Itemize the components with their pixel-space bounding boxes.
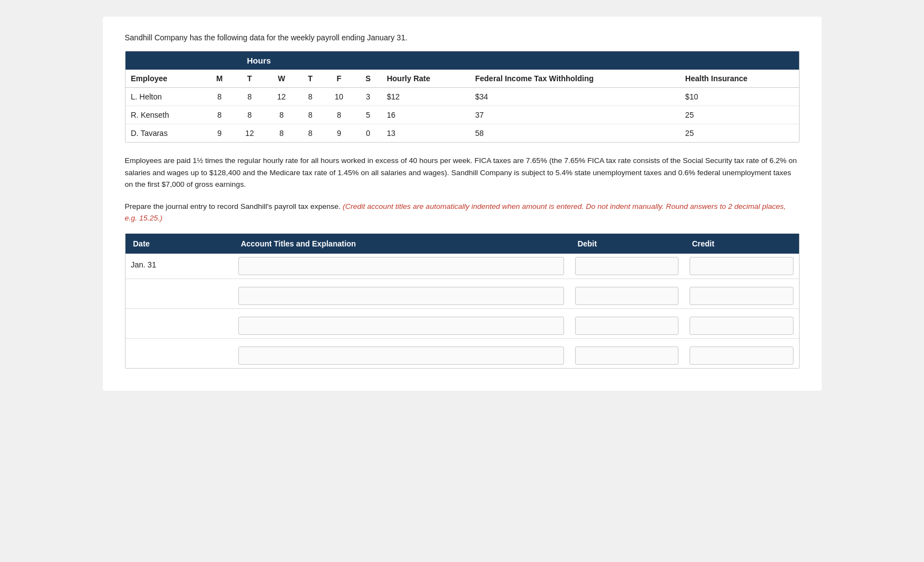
journal-row: [126, 283, 799, 309]
journal-col-date: Date: [126, 234, 233, 254]
col-header-row: Employee M T W T F S Hourly Rate Federal…: [126, 70, 799, 88]
description-text: Employees are paid 1½ times the regular …: [125, 155, 800, 191]
journal-account-cell[interactable]: [233, 313, 570, 339]
journal-credit-cell[interactable]: [684, 313, 798, 339]
col-S: S: [355, 70, 382, 88]
col-federal-tax: Federal Income Tax Withholding: [469, 70, 680, 88]
journal-row: Jan. 31: [126, 254, 799, 279]
journal-row-spacer: [126, 308, 799, 313]
journal-account-input[interactable]: [238, 317, 564, 335]
journal-credit-cell[interactable]: [684, 283, 798, 309]
journal-credit-cell[interactable]: [684, 343, 798, 368]
hours-header-row: Hours: [126, 51, 799, 70]
journal-debit-cell[interactable]: [570, 283, 684, 309]
instruction-main: Prepare the journal entry to record Sand…: [125, 202, 341, 211]
journal-debit-input[interactable]: [575, 287, 678, 305]
journal-row-spacer: [126, 279, 799, 283]
col-health-insurance: Health Insurance: [680, 70, 798, 88]
journal-credit-input[interactable]: [690, 287, 793, 305]
hours-header-label: Hours: [126, 51, 799, 70]
journal-account-cell[interactable]: [233, 283, 570, 309]
payroll-row: D. Tavaras9128890135825: [126, 124, 799, 143]
col-F: F: [323, 70, 355, 88]
journal-credit-input[interactable]: [690, 317, 793, 335]
journal-col-account: Account Titles and Explanation: [233, 234, 570, 254]
journal-date-cell: Jan. 31: [126, 254, 233, 279]
journal-account-input[interactable]: [238, 257, 564, 275]
instruction-text: Prepare the journal entry to record Sand…: [125, 201, 800, 224]
col-hourly-rate: Hourly Rate: [381, 70, 469, 88]
page-container: Sandhill Company has the following data …: [103, 17, 822, 391]
col-M: M: [205, 70, 233, 88]
journal-date-cell: [126, 283, 233, 309]
journal-date-cell: [126, 343, 233, 368]
journal-col-debit: Debit: [570, 234, 684, 254]
journal-credit-input[interactable]: [690, 346, 793, 365]
journal-row: [126, 343, 799, 368]
journal-row-spacer: [126, 338, 799, 343]
journal-credit-input[interactable]: [690, 257, 793, 275]
payroll-table: Hours Employee M T W T F S Hourly Rate F…: [126, 51, 799, 142]
journal-table-wrapper: Date Account Titles and Explanation Debi…: [125, 233, 800, 369]
journal-date-cell: [126, 313, 233, 339]
journal-account-cell[interactable]: [233, 343, 570, 368]
col-T2: T: [297, 70, 323, 88]
journal-account-input[interactable]: [238, 346, 564, 365]
payroll-row: L. Helton88128103$12$34$10: [126, 88, 799, 106]
journal-debit-input[interactable]: [575, 346, 678, 365]
journal-debit-input[interactable]: [575, 317, 678, 335]
journal-debit-cell[interactable]: [570, 343, 684, 368]
journal-header-row: Date Account Titles and Explanation Debi…: [126, 234, 799, 254]
journal-debit-cell[interactable]: [570, 254, 684, 279]
payroll-row: R. Kenseth888885163725: [126, 106, 799, 124]
journal-account-input[interactable]: [238, 287, 564, 305]
journal-row: [126, 313, 799, 339]
col-T: T: [234, 70, 266, 88]
journal-debit-cell[interactable]: [570, 313, 684, 339]
journal-table: Date Account Titles and Explanation Debi…: [126, 234, 799, 368]
col-W: W: [265, 70, 297, 88]
payroll-table-wrapper: Hours Employee M T W T F S Hourly Rate F…: [125, 51, 800, 143]
journal-credit-cell[interactable]: [684, 254, 798, 279]
journal-col-credit: Credit: [684, 234, 798, 254]
journal-account-cell[interactable]: [233, 254, 570, 279]
col-employee: Employee: [126, 70, 206, 88]
intro-text: Sandhill Company has the following data …: [125, 33, 800, 42]
journal-debit-input[interactable]: [575, 257, 678, 275]
